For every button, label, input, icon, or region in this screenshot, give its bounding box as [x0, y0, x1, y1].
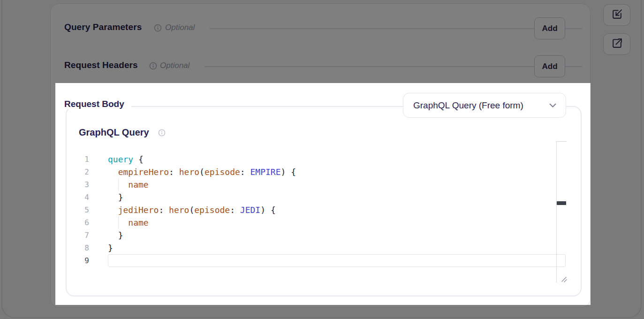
indent-guide	[118, 216, 119, 229]
info-icon[interactable]	[158, 129, 166, 138]
graphql-query-editor[interactable]: 123456789 query { empireHero: hero(episo…	[66, 141, 582, 284]
request-body-title: Request Body	[64, 99, 127, 109]
chevron-down-icon	[549, 101, 556, 110]
indent-guide	[118, 178, 119, 191]
resize-handle-icon[interactable]	[561, 276, 567, 282]
scrollbar-thumb[interactable]	[557, 201, 566, 205]
body-type-select[interactable]: GraphQL Query (Free form)	[403, 93, 566, 118]
editor-gutter: 123456789	[74, 153, 89, 267]
body-type-selected-value: GraphQL Query (Free form)	[413, 100, 523, 111]
overlay-backdrop[interactable]	[591, 83, 644, 305]
graphql-query-label: GraphQL Query	[79, 127, 149, 138]
code-content[interactable]: query { empireHero: hero(episode: EMPIRE…	[108, 153, 296, 267]
overlay-backdrop[interactable]	[0, 305, 644, 319]
scrollbar-track	[556, 141, 567, 142]
overlay-backdrop[interactable]	[0, 83, 55, 305]
page: Query Parameters Optional Add Request He…	[0, 0, 644, 319]
scrollbar-track	[556, 142, 557, 282]
overlay-backdrop[interactable]	[0, 0, 644, 83]
active-line-highlight	[108, 254, 566, 267]
